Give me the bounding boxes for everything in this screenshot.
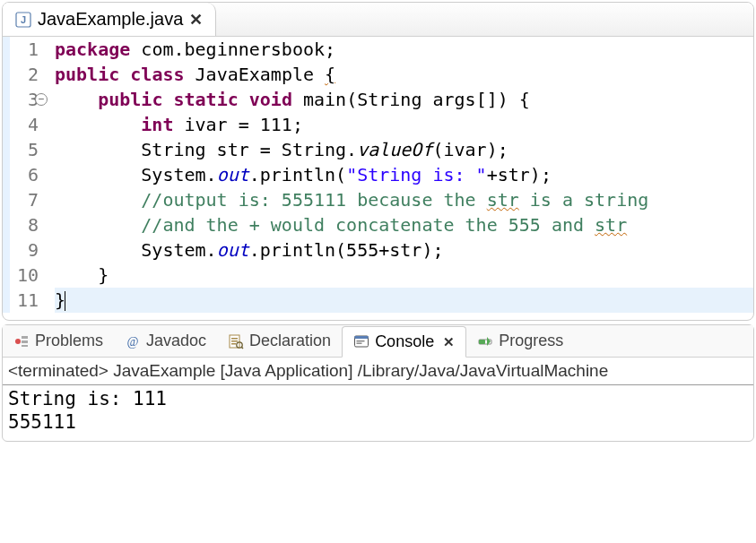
declaration-icon xyxy=(228,333,244,349)
divider xyxy=(3,384,753,385)
svg-rect-14 xyxy=(355,336,369,339)
line-number: 9 xyxy=(10,237,39,263)
svg-rect-5 xyxy=(22,345,28,347)
java-file-icon: J xyxy=(15,12,31,28)
code-line[interactable]: System.out.println("String is: "+str); xyxy=(55,162,753,187)
view-tab-console[interactable]: Console✕ xyxy=(342,326,466,358)
line-gutter: 123−4567891011 xyxy=(10,37,46,313)
svg-text:J: J xyxy=(21,14,26,25)
line-number: 4 xyxy=(10,112,39,137)
line-number: 6 xyxy=(10,162,39,187)
code-line[interactable]: } xyxy=(55,263,753,288)
views-tabbar: Problems@JavadocDeclarationConsole✕Progr… xyxy=(3,325,753,358)
code-body[interactable]: package com.beginnersbook;public class J… xyxy=(46,37,753,313)
view-tab-label: Declaration xyxy=(249,332,331,350)
code-area: 123−4567891011 package com.beginnersbook… xyxy=(3,37,753,320)
line-number: 5 xyxy=(10,137,39,162)
code-line[interactable]: } xyxy=(55,288,753,313)
svg-rect-15 xyxy=(357,340,365,341)
line-number: 11 xyxy=(10,288,39,313)
svg-rect-9 xyxy=(231,340,238,342)
progress-icon xyxy=(477,333,493,349)
bottom-panel: Problems@JavadocDeclarationConsole✕Progr… xyxy=(2,324,754,442)
close-icon[interactable]: ✕ xyxy=(189,12,203,28)
console-icon xyxy=(353,333,369,349)
line-number: 8 xyxy=(10,212,39,237)
view-tab-declaration[interactable]: Declaration xyxy=(217,325,342,357)
svg-rect-16 xyxy=(357,343,362,344)
svg-rect-8 xyxy=(231,338,238,340)
code-line[interactable]: package com.beginnersbook; xyxy=(55,37,753,62)
line-number: 10 xyxy=(10,263,39,288)
close-icon[interactable]: ✕ xyxy=(443,335,455,349)
code-line[interactable]: int ivar = 111; xyxy=(55,112,753,137)
text-cursor xyxy=(65,291,65,311)
code-line[interactable]: //and the + would concatenate the 555 an… xyxy=(55,212,753,237)
editor-panel: J JavaExample.java ✕ 123−4567891011 pack… xyxy=(2,2,754,321)
code-line[interactable]: //output is: 555111 because the str is a… xyxy=(55,187,753,212)
line-number: 7 xyxy=(10,187,39,212)
svg-rect-3 xyxy=(22,336,28,339)
editor-tabbar: J JavaExample.java ✕ xyxy=(3,3,753,37)
console-output: String is: 111 555111 xyxy=(3,387,753,441)
code-line[interactable]: public class JavaExample { xyxy=(55,62,753,87)
svg-rect-4 xyxy=(22,340,28,343)
problems-icon xyxy=(13,333,30,349)
code-line[interactable]: public static void main(String args[]) { xyxy=(55,87,753,112)
view-tab-javadoc[interactable]: @Javadoc xyxy=(114,325,217,357)
view-tab-label: Problems xyxy=(35,332,103,350)
view-tab-label: Javadoc xyxy=(146,332,206,350)
view-tab-label: Progress xyxy=(499,332,563,350)
editor-left-margin xyxy=(3,37,10,313)
svg-rect-18 xyxy=(479,340,485,344)
console-status: <terminated> JavaExample [Java Applicati… xyxy=(3,358,753,383)
code-line[interactable]: System.out.println(555+str); xyxy=(55,237,753,263)
javadoc-icon: @ xyxy=(125,333,141,349)
view-tab-problems[interactable]: Problems xyxy=(3,325,114,357)
fold-toggle-icon[interactable]: − xyxy=(35,93,48,106)
svg-rect-10 xyxy=(231,343,236,345)
line-number: 1 xyxy=(10,37,39,62)
view-tab-progress[interactable]: Progress xyxy=(466,325,574,357)
editor-tab-label: JavaExample.java xyxy=(38,9,183,30)
line-number: 2 xyxy=(10,62,39,87)
svg-point-2 xyxy=(15,339,21,344)
view-tab-label: Console xyxy=(375,332,434,351)
code-line[interactable]: String str = String.valueOf(ivar); xyxy=(55,137,753,162)
svg-line-12 xyxy=(241,347,243,349)
editor-tab-javaexample[interactable]: J JavaExample.java ✕ xyxy=(3,3,216,36)
svg-text:@: @ xyxy=(127,335,139,349)
